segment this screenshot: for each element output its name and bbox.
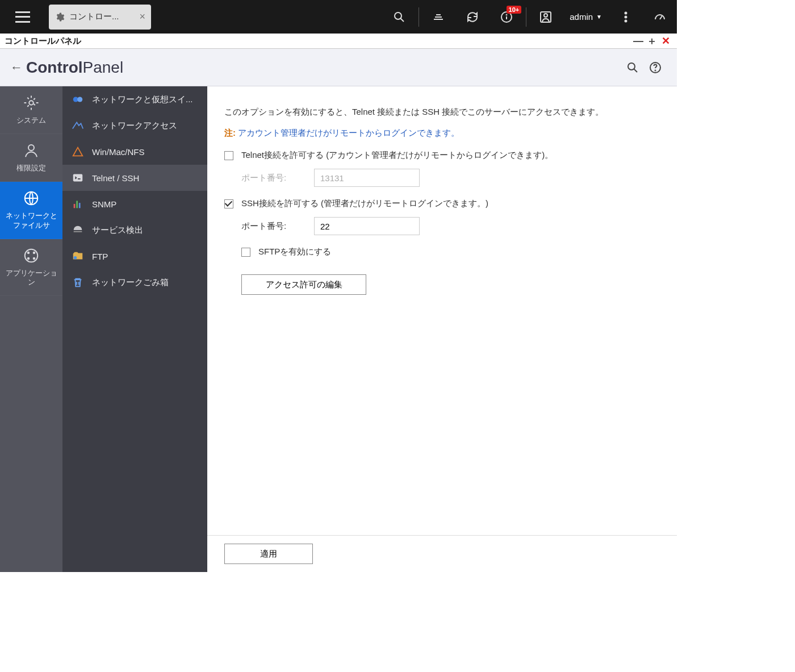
window-titlebar: コントロールパネル — ＋ ✕ bbox=[0, 34, 677, 49]
gear-icon bbox=[55, 12, 65, 22]
checkbox-checked-icon bbox=[224, 199, 233, 208]
back-button[interactable]: ← bbox=[10, 60, 26, 75]
close-icon[interactable]: × bbox=[139, 11, 145, 23]
notification-badge: 10+ bbox=[507, 6, 522, 14]
header-help-button[interactable] bbox=[644, 61, 667, 74]
svg-point-15 bbox=[29, 101, 34, 105]
snav-win-mac-nfs[interactable]: Win/Mac/NFS bbox=[62, 139, 207, 165]
dashboard-button[interactable] bbox=[643, 0, 677, 34]
user-menu[interactable]: admin ▼ bbox=[563, 0, 609, 34]
snav-service-discovery[interactable]: サービス検出 bbox=[62, 217, 207, 243]
snav-label: Win/Mac/NFS bbox=[92, 147, 145, 157]
divider bbox=[526, 7, 526, 27]
pnav-privilege[interactable]: 権限設定 bbox=[0, 134, 62, 182]
pnav-label: ネットワークとファイルサ bbox=[2, 211, 60, 231]
svg-point-0 bbox=[395, 12, 401, 19]
telnet-port-row: ポート番号: bbox=[241, 169, 660, 187]
ssh-checkbox-row[interactable]: SSH接続を許可する (管理者だけがリモートログインできます。) bbox=[224, 198, 660, 209]
trash-icon bbox=[72, 276, 84, 289]
sftp-checkbox-row[interactable]: SFTPを有効にする bbox=[241, 247, 660, 257]
edit-permissions-button[interactable]: アクセス許可の編集 bbox=[241, 274, 366, 295]
chevron-down-icon: ▼ bbox=[596, 14, 602, 20]
terminal-icon bbox=[72, 172, 84, 184]
gear-icon bbox=[23, 94, 40, 111]
more-button[interactable] bbox=[609, 0, 643, 34]
svg-point-4 bbox=[507, 14, 507, 15]
app-title: ControlPanel bbox=[26, 59, 123, 77]
pnav-label: 権限設定 bbox=[16, 164, 46, 173]
hamburger-icon bbox=[15, 11, 30, 23]
svg-point-6 bbox=[544, 14, 547, 17]
search-button[interactable] bbox=[382, 0, 416, 34]
svg-line-10 bbox=[660, 16, 662, 19]
header-search-button[interactable] bbox=[621, 61, 644, 74]
profile-button[interactable] bbox=[529, 0, 563, 34]
tab-control-panel[interactable]: コントロー... × bbox=[49, 5, 151, 30]
pnav-system[interactable]: システム bbox=[0, 86, 62, 134]
svg-rect-26 bbox=[74, 204, 76, 208]
more-vertical-icon bbox=[619, 10, 633, 24]
svg-point-9 bbox=[625, 20, 627, 22]
snav-telnet-ssh[interactable]: Telnet / SSH bbox=[62, 165, 207, 191]
primary-nav: システム 権限設定 ネットワークとファイルサ アプリケーション bbox=[0, 86, 62, 572]
snav-label: ネットワークごみ箱 bbox=[92, 277, 169, 288]
description-text: このオプションを有効にすると、Telnet 接続または SSH 接続でこのサーバ… bbox=[224, 107, 660, 118]
sync-button[interactable] bbox=[455, 0, 489, 34]
window-title: コントロールパネル bbox=[5, 36, 81, 47]
info-button[interactable]: 10+ bbox=[489, 0, 524, 34]
app-header: ← ControlPanel bbox=[0, 49, 677, 86]
svg-point-20 bbox=[34, 252, 35, 253]
stack-icon bbox=[432, 10, 445, 24]
sftp-label: SFTPを有効にする bbox=[258, 247, 331, 257]
search-icon bbox=[392, 10, 406, 24]
pnav-application[interactable]: アプリケーション bbox=[0, 239, 62, 297]
folder-icon bbox=[72, 250, 84, 262]
window-minimize[interactable]: — bbox=[631, 35, 645, 47]
snav-network-access[interactable]: ネットワークアクセス bbox=[62, 112, 207, 139]
content-area: このオプションを有効にすると、Telnet 接続または SSH 接続でこのサーバ… bbox=[207, 86, 677, 572]
window-maximize[interactable]: ＋ bbox=[645, 34, 659, 48]
switch-icon bbox=[72, 93, 84, 106]
svg-point-14 bbox=[655, 70, 656, 70]
telnet-label: Telnet接続を許可する (アカウント管理者だけがリモートからログインできます… bbox=[241, 150, 553, 161]
svg-rect-27 bbox=[76, 201, 78, 208]
pnav-label: システム bbox=[16, 116, 46, 126]
snav-label: サービス検出 bbox=[92, 225, 143, 236]
note-text: アカウント管理者だけがリモートからログインできます。 bbox=[236, 128, 459, 137]
grid-icon bbox=[23, 247, 40, 264]
apply-button[interactable]: 適用 bbox=[224, 544, 313, 564]
footer: 適用 bbox=[207, 535, 677, 572]
svg-point-19 bbox=[28, 252, 30, 253]
svg-point-29 bbox=[74, 256, 77, 260]
pnav-network[interactable]: ネットワークとファイルサ bbox=[0, 182, 62, 239]
snav-recycle-bin[interactable]: ネットワークごみ箱 bbox=[62, 269, 207, 295]
telnet-checkbox-row[interactable]: Telnet接続を許可する (アカウント管理者だけがリモートからログインできます… bbox=[224, 150, 660, 161]
secondary-nav: ネットワークと仮想スイ... ネットワークアクセス Win/Mac/NFS Te… bbox=[62, 86, 207, 572]
user-icon bbox=[539, 10, 553, 24]
checkbox-icon bbox=[241, 248, 250, 257]
divider bbox=[419, 7, 419, 27]
snav-snmp[interactable]: SNMP bbox=[62, 191, 207, 217]
pnav-label: アプリケーション bbox=[2, 269, 60, 288]
snav-ftp[interactable]: FTP bbox=[62, 243, 207, 269]
network-icon bbox=[72, 119, 84, 132]
svg-point-16 bbox=[28, 145, 34, 151]
snav-label: Telnet / SSH bbox=[92, 173, 139, 183]
ssh-label: SSH接続を許可する (管理者だけがリモートログインできます。) bbox=[241, 198, 488, 209]
window-close[interactable]: ✕ bbox=[659, 35, 672, 47]
svg-point-21 bbox=[28, 257, 30, 259]
menu-button[interactable] bbox=[0, 11, 45, 23]
gauge-icon bbox=[653, 10, 667, 24]
port-label: ポート番号: bbox=[241, 221, 314, 232]
sync-icon bbox=[466, 10, 479, 24]
stack-button[interactable] bbox=[421, 0, 455, 34]
globe-icon bbox=[23, 190, 40, 207]
snav-label: SNMP bbox=[92, 199, 116, 209]
user-icon bbox=[23, 142, 40, 159]
snav-virtual-switch[interactable]: ネットワークと仮想スイ... bbox=[62, 86, 207, 112]
triangle-icon bbox=[72, 145, 84, 158]
svg-rect-25 bbox=[73, 174, 83, 182]
ssh-port-input[interactable] bbox=[314, 217, 420, 235]
username-label: admin bbox=[570, 12, 593, 22]
help-icon bbox=[648, 61, 662, 74]
